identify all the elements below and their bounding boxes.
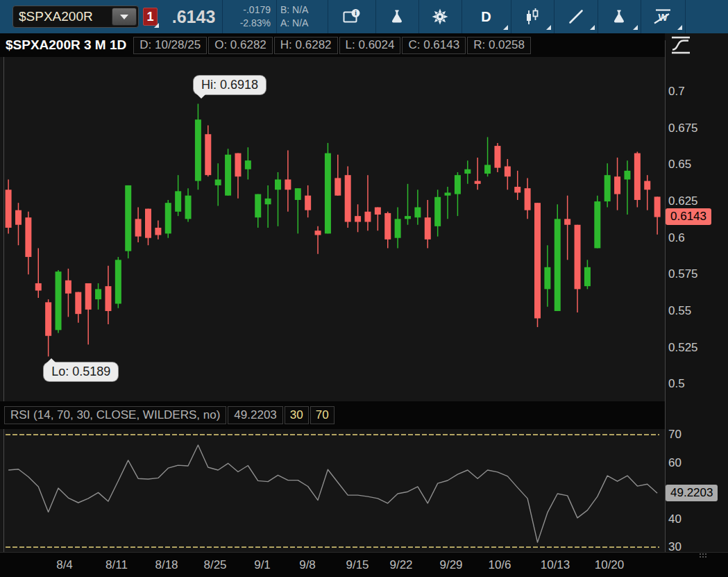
candle xyxy=(564,196,570,260)
candle xyxy=(475,158,481,190)
analyze-button[interactable] xyxy=(375,0,418,33)
date-tick-label: 9/1 xyxy=(254,558,271,572)
rsi-study-header: RSI (14, 70, 30, CLOSE, WILDERS, no) 49.… xyxy=(0,401,665,429)
date-tick-label: 8/11 xyxy=(105,558,128,572)
date-tick-label: 8/25 xyxy=(203,558,226,572)
candlestick-chart xyxy=(0,57,665,401)
dropdown-corner-icon xyxy=(154,23,159,28)
candle xyxy=(534,203,541,327)
bid-value: B: N/A xyxy=(280,3,325,17)
candle xyxy=(155,220,161,239)
price-tick-label: 0.65 xyxy=(668,158,691,172)
candle xyxy=(135,207,142,242)
toolbar-divider xyxy=(511,0,511,33)
candle xyxy=(364,175,371,231)
ohlc-readout: C: 0.6143 xyxy=(402,37,466,54)
panel-resize-grip[interactable] xyxy=(700,553,709,558)
candle xyxy=(405,184,411,225)
candle xyxy=(145,209,151,246)
rsi-value-bubble: 49.2203 xyxy=(666,485,718,501)
candle xyxy=(355,204,361,232)
chart-style-button[interactable] xyxy=(511,0,554,33)
date-tick-label: 10/6 xyxy=(488,558,511,572)
change-value: -.0179 xyxy=(225,3,271,17)
candle xyxy=(165,200,171,238)
candle xyxy=(614,158,620,210)
patterns-button[interactable]: W xyxy=(641,0,685,33)
candle xyxy=(575,225,581,312)
date-tick-label: 8/4 xyxy=(56,558,73,572)
candle xyxy=(245,147,251,179)
candle xyxy=(395,207,401,248)
toolbar-divider xyxy=(328,0,328,33)
dropdown-corner-icon xyxy=(546,25,551,30)
rsi-tick-label: 60 xyxy=(668,456,682,470)
candle xyxy=(255,194,261,228)
toolbar-divider xyxy=(641,0,641,33)
candle xyxy=(175,175,181,216)
dropdown-corner-icon xyxy=(503,25,508,30)
symbol-dropdown-button[interactable] xyxy=(112,8,137,26)
toolbar-divider xyxy=(598,0,598,33)
rsi-line xyxy=(8,445,657,542)
candle xyxy=(275,172,281,226)
candle xyxy=(285,150,291,211)
settings-gear-icon xyxy=(431,8,449,26)
toolbar-divider xyxy=(685,0,686,33)
rsi-chart xyxy=(0,429,665,552)
dropdown-corner-icon xyxy=(677,25,682,30)
analyze-flask-icon xyxy=(389,8,405,25)
settings-button[interactable] xyxy=(418,0,462,33)
candle xyxy=(265,185,271,228)
price-tick-label: 0.5 xyxy=(668,377,685,391)
studies-button[interactable] xyxy=(598,0,641,33)
chart-title: $SPXA200R 3 M 1D xyxy=(6,37,126,53)
change-percent: -2.83% xyxy=(225,17,271,30)
symbol-input[interactable] xyxy=(17,7,110,26)
candle xyxy=(115,257,121,308)
candle xyxy=(75,292,81,323)
news-button[interactable]: i xyxy=(328,0,375,33)
candle xyxy=(345,167,351,228)
scale-curve-icon[interactable] xyxy=(668,35,694,56)
change-readout: -.0179 -2.83% xyxy=(225,3,271,30)
candle xyxy=(65,269,71,317)
rsi-tick-label: 70 xyxy=(668,428,682,442)
chart-header: $SPXA200R 3 M 1D D: 10/28/25O: 0.6282H: … xyxy=(0,33,665,57)
candle xyxy=(505,159,511,190)
candle xyxy=(414,190,421,225)
news-info-icon: i xyxy=(342,8,361,26)
candle xyxy=(95,283,101,310)
rsi-study-label[interactable]: RSI (14, 70, 30, CLOSE, WILDERS, no) xyxy=(4,406,226,424)
candle xyxy=(85,283,92,344)
candle xyxy=(185,188,192,221)
candle xyxy=(205,126,211,177)
candle xyxy=(295,188,301,233)
candle xyxy=(315,226,321,254)
high-annotation: Hi: 0.6918 xyxy=(194,76,266,94)
timeframe-button[interactable]: D xyxy=(462,0,511,33)
axis-border xyxy=(665,40,666,552)
candle xyxy=(525,178,531,219)
toolbar-divider xyxy=(222,0,223,33)
candle xyxy=(215,163,221,206)
toolbar-divider xyxy=(462,0,462,33)
drawing-tools-button[interactable] xyxy=(554,0,598,33)
candle xyxy=(35,248,42,298)
rsi-chart-canvas[interactable] xyxy=(0,429,665,552)
price-axis[interactable]: 0.70.6750.650.6250.60.5750.550.5250.5 70… xyxy=(665,33,728,552)
price-tick-label: 0.575 xyxy=(668,267,698,281)
price-chart-canvas[interactable]: Hi: 0.6918 Lo: 0.5189 xyxy=(0,57,665,401)
time-axis[interactable]: 8/48/118/188/259/19/89/159/229/2910/610/… xyxy=(0,552,728,577)
candle xyxy=(604,163,611,207)
rsi-oversold-setting: 30 xyxy=(285,406,309,424)
candle xyxy=(654,196,661,234)
drawing-line-icon xyxy=(568,8,584,25)
rsi-overbought-setting: 70 xyxy=(310,406,335,424)
rsi-value-readout: 49.2203 xyxy=(228,406,282,424)
candle xyxy=(584,260,591,289)
date-tick-label: 10/13 xyxy=(541,558,570,572)
toolbar-divider xyxy=(554,0,555,33)
last-price-readout: .6143 xyxy=(167,0,221,33)
candle xyxy=(335,155,341,196)
